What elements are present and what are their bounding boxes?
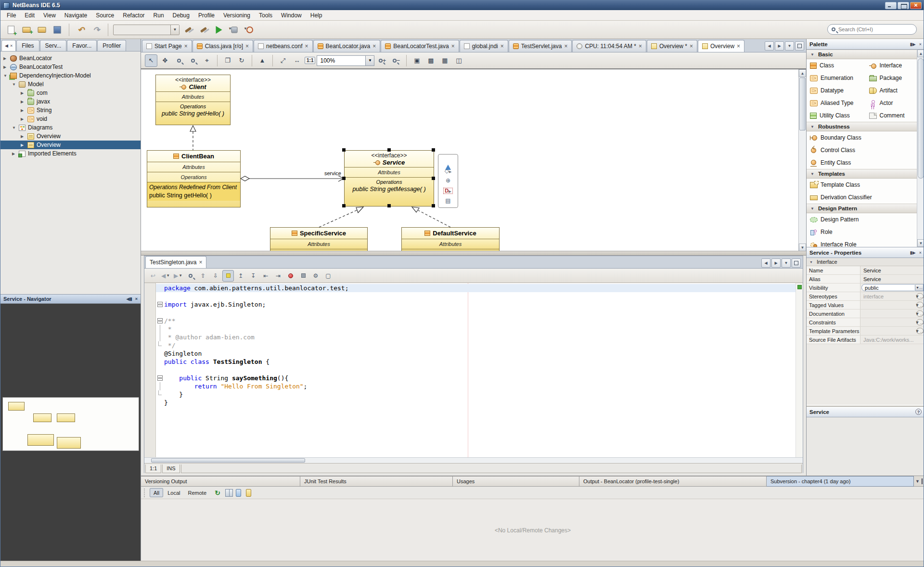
close-tab-icon[interactable]: × <box>451 43 455 50</box>
expander-icon[interactable]: ▼ <box>12 126 19 130</box>
uml-class-clientbean[interactable]: ClientBean Attributes Operations Operati… <box>147 150 241 207</box>
navigate-link-button[interactable]: ⌖ <box>201 54 213 67</box>
tab-list-button[interactable]: ▼ <box>785 41 794 51</box>
minimize-window-icon[interactable]: ◀▮ <box>127 296 132 301</box>
scrollbar-thumb[interactable] <box>151 458 305 463</box>
menu-item[interactable]: Window <box>277 11 306 20</box>
menu-item[interactable]: Tools <box>255 11 277 20</box>
expander-icon[interactable]: ▼ <box>3 74 10 78</box>
expander-icon[interactable]: ▶ <box>21 117 27 121</box>
scroll-tabs-left-button[interactable]: ◀ <box>765 41 774 51</box>
property-editor-button[interactable]: ▼… <box>916 328 924 334</box>
float-window-icon[interactable]: ▮▶ <box>910 42 916 47</box>
close-icon[interactable]: × <box>10 43 13 48</box>
palette-item[interactable]: Artifact <box>866 84 924 97</box>
tree-item[interactable]: ▼ Diagrams <box>0 123 141 132</box>
collapse-icon[interactable]: ◀ <box>5 43 8 48</box>
close-tab-icon[interactable]: × <box>245 43 249 50</box>
save-all-button[interactable] <box>51 23 64 37</box>
property-value[interactable] <box>860 309 916 318</box>
close-tab-icon[interactable]: × <box>690 43 693 50</box>
expander-icon[interactable]: ▶ <box>21 108 27 113</box>
palette-item[interactable]: Aliased Type <box>807 97 866 109</box>
commit-icon[interactable] <box>246 489 251 497</box>
tree-item[interactable]: ▶ javax <box>0 97 141 106</box>
output-tab[interactable]: Output - BeanLocator (profile-test-singl… <box>579 476 767 487</box>
attributes-compartment[interactable]: Attributes <box>147 162 240 172</box>
open-project-button[interactable] <box>35 23 49 37</box>
operations-compartment[interactable]: Operations public String getHello( ) <box>156 102 230 119</box>
palette-item[interactable]: Package <box>866 72 924 84</box>
property-value[interactable]: Java:C:/work/works... <box>860 335 924 344</box>
scroll-down-icon[interactable]: ▼ <box>917 239 924 247</box>
selection-handle[interactable] <box>342 204 346 207</box>
menu-item[interactable]: Debug <box>168 11 194 20</box>
close-tab-icon[interactable]: × <box>639 43 642 50</box>
uml-interface-service[interactable]: <<interface>> Service Attributes Operati… <box>344 150 434 206</box>
scroll-tabs-left-button[interactable]: ◀ <box>761 258 770 268</box>
tree-item[interactable]: ▶ Imported Elements <box>0 149 141 158</box>
navigator-header[interactable]: Service - Navigator ◀▮ × <box>0 294 141 304</box>
source-editor-tab[interactable]: TestSingleton.java × <box>145 256 206 268</box>
horizontal-splitter[interactable] <box>141 251 806 256</box>
redefined-operations-compartment[interactable]: Operations Redefined From Client public … <box>147 182 240 201</box>
forward-button[interactable]: ▶▼ <box>172 270 184 282</box>
output-tab[interactable]: Versioning Output <box>141 476 300 487</box>
scrollbar-thumb[interactable] <box>918 58 924 179</box>
fit-width-button[interactable]: ↔ <box>291 54 303 67</box>
explorer-tab[interactable]: Profiler <box>97 40 126 51</box>
editor-tab[interactable]: global.jndi × <box>460 40 508 52</box>
palette-item[interactable]: Entity Class <box>807 156 924 169</box>
projects-tab-controls[interactable]: ◀ × <box>1 40 16 51</box>
close-icon[interactable]: × <box>919 250 922 255</box>
chevron-down-icon[interactable]: ▼ <box>365 56 374 65</box>
property-value[interactable]: Service <box>860 275 924 283</box>
implementation-tool-icon[interactable]: ◇▶ <box>445 168 452 174</box>
dependency-tool-icon[interactable]: D▶ <box>443 188 452 194</box>
close-tab-icon[interactable]: × <box>500 43 504 50</box>
menu-item[interactable]: Navigate <box>60 11 91 20</box>
close-tab-icon[interactable]: × <box>305 43 308 50</box>
palette-item[interactable]: Datatype <box>807 84 866 97</box>
error-stripe[interactable] <box>796 283 803 457</box>
redo-button[interactable]: ↷ <box>90 23 103 37</box>
palette-item[interactable]: Comment <box>866 109 924 122</box>
operations-compartment[interactable]: Operations <box>147 172 240 182</box>
run-project-button[interactable] <box>212 23 226 37</box>
palette-scrollbar[interactable]: ▲ ▼ <box>917 50 924 247</box>
editor-tab[interactable]: Start Page × <box>142 40 192 52</box>
zoom-one-to-one-button[interactable]: 1:1 <box>305 57 315 64</box>
debug-project-button[interactable]: ▼ <box>228 23 241 37</box>
tree-item[interactable]: ▼ Model <box>0 80 141 89</box>
tree-item[interactable]: ▼ DependencyInjection-Model <box>0 71 141 80</box>
tree-item[interactable]: ▶ BeanLocator <box>0 54 141 63</box>
palette-item[interactable]: Boundary Class <box>807 131 924 144</box>
editor-gutter[interactable] <box>144 283 156 457</box>
layout-orthogonal-button[interactable]: ◫ <box>452 54 465 67</box>
marquee-zoom-button[interactable] <box>173 54 185 67</box>
palette-item[interactable]: Design Pattern <box>807 213 924 226</box>
palette-section-basic[interactable]: Basic <box>807 50 924 59</box>
palette-section-design-pattern[interactable]: Design Pattern <box>807 204 924 213</box>
configuration-combobox[interactable]: ▼ <box>113 25 180 35</box>
comment-button[interactable]: ⚙ <box>310 270 321 282</box>
diagram-vertical-scrollbar[interactable]: ▲ ▼ <box>798 69 806 251</box>
back-button[interactable]: ◀▼ <box>160 270 171 282</box>
show-related-elements-button[interactable]: ▩ <box>424 54 437 67</box>
search-input[interactable] <box>838 26 906 32</box>
quick-search[interactable] <box>827 24 917 35</box>
undo-button[interactable]: ↶ <box>74 23 88 37</box>
uml-diagram-canvas[interactable]: service <<interface>> Client Attributes … <box>141 69 806 251</box>
build-project-button[interactable] <box>181 23 195 37</box>
scroll-tabs-right-button[interactable]: ▶ <box>771 258 781 268</box>
previous-bookmark-button[interactable]: ↥ <box>235 270 246 282</box>
scroll-up-icon[interactable]: ▲ <box>917 50 924 57</box>
scrollbar-thumb[interactable] <box>799 77 806 130</box>
property-editor-button[interactable]: ▼… <box>916 310 924 317</box>
operation-label[interactable]: public String getHello( ) <box>149 191 238 199</box>
selection-handle[interactable] <box>432 177 435 180</box>
shift-right-button[interactable]: ⇥ <box>272 270 284 282</box>
expander-icon[interactable]: ▶ <box>21 100 27 104</box>
property-value[interactable] <box>860 318 916 326</box>
comment-link-tool-icon[interactable]: ▤ <box>445 198 450 204</box>
